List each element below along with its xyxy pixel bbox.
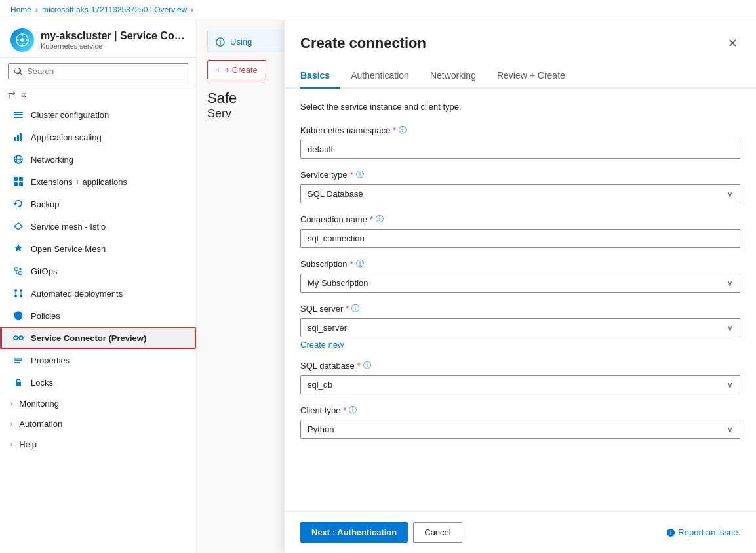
sidebar-item-label: Application scaling (31, 133, 102, 142)
properties-icon (12, 354, 24, 366)
field-label-service-type: Service type * ⓘ (300, 169, 740, 180)
collapse-icon[interactable]: « (21, 89, 26, 100)
sidebar-title: my-akscluster | Service Conn… (41, 30, 186, 42)
sql-server-select[interactable]: sql_server ∨ (300, 318, 740, 337)
svg-rect-9 (14, 137, 16, 141)
info-icon-client-type[interactable]: ⓘ (349, 405, 357, 416)
sidebar-item-extensions[interactable]: Extensions + applications (0, 171, 196, 193)
kubernetes-namespace-input[interactable] (300, 140, 740, 159)
tab-basics[interactable]: Basics (300, 64, 340, 89)
sidebar-item-application-scaling[interactable]: Application scaling (0, 126, 196, 148)
sidebar-item-properties[interactable]: Properties (0, 349, 196, 371)
svg-rect-7 (14, 114, 23, 115)
service-type-value: SQL Database (308, 189, 363, 199)
info-icon-sql-database[interactable]: ⓘ (363, 360, 371, 371)
svg-point-30 (19, 336, 23, 340)
create-button-label: + Create (225, 65, 258, 75)
scaling-icon (12, 131, 24, 143)
field-subscription: Subscription * ⓘ My Subscription ∨ (300, 258, 740, 293)
sidebar-item-policies[interactable]: Policies (0, 304, 196, 327)
sidebar-group-monitoring[interactable]: › Monitoring (0, 394, 196, 414)
sidebar-nav: Cluster configuration Application scalin… (0, 104, 196, 553)
sidebar-group-automation[interactable]: › Automation (0, 414, 196, 434)
field-label-subscription: Subscription * ⓘ (300, 258, 740, 270)
cancel-button[interactable]: Cancel (413, 522, 462, 543)
next-button[interactable]: Next : Authentication (300, 522, 408, 543)
info-icon-namespace[interactable]: ⓘ (399, 125, 407, 136)
svg-rect-8 (14, 117, 23, 118)
info-icon: i (216, 37, 225, 47)
chevron-right-icon: › (10, 400, 12, 407)
service-type-select[interactable]: SQL Database ∨ (300, 184, 740, 203)
tab-review-create[interactable]: Review + Create (487, 64, 576, 89)
sidebar-item-networking[interactable]: Networking (0, 148, 196, 171)
create-new-link[interactable]: Create new (300, 340, 344, 350)
tab-networking[interactable]: Networking (420, 64, 487, 89)
info-icon-sql-server[interactable]: ⓘ (351, 303, 359, 314)
subscription-select[interactable]: My Subscription ∨ (300, 274, 740, 293)
sidebar-subtitle: Kubernetes service (41, 42, 186, 50)
sidebar-item-automated-deployments[interactable]: Automated deployments (0, 282, 196, 304)
client-type-select[interactable]: Python ∨ (300, 420, 740, 439)
chevron-right-icon: › (10, 420, 12, 428)
sidebar-item-label: Cluster configuration (31, 110, 109, 120)
sidebar-item-label: Networking (31, 155, 73, 165)
subscription-value: My Subscription (308, 278, 368, 288)
sidebar: my-akscluster | Service Conn… Kubernetes… (0, 20, 197, 553)
svg-rect-34 (14, 362, 20, 363)
field-label-client-type: Client type * ⓘ (300, 405, 740, 416)
gitops-icon (12, 265, 24, 277)
breadcrumb-resource[interactable]: microsoft.aks-1721132537250 | Overview (42, 5, 187, 14)
svg-rect-17 (14, 182, 18, 186)
sidebar-item-cluster-configuration[interactable]: Cluster configuration (0, 104, 196, 126)
avatar (10, 28, 34, 52)
tab-authentication[interactable]: Authentication (340, 64, 420, 89)
sidebar-item-service-connector[interactable]: Service Connector (Preview) (0, 327, 196, 349)
svg-rect-10 (17, 135, 19, 141)
sidebar-item-label: Extensions + applications (31, 177, 127, 187)
sidebar-group-help[interactable]: › Help (0, 434, 196, 455)
field-sql-database: SQL database * ⓘ sql_db ∨ (300, 360, 740, 394)
svg-point-19 (15, 268, 18, 271)
chevron-down-icon: ∨ (727, 279, 733, 288)
field-label-kubernetes-namespace: Kubernetes namespace * ⓘ (300, 125, 740, 136)
sidebar-item-label: Locks (31, 378, 53, 388)
group-label: Automation (19, 419, 62, 429)
sidebar-item-label: Automated deployments (31, 289, 123, 298)
close-button[interactable]: ✕ (725, 33, 740, 53)
panel-title: Create connection (300, 35, 426, 52)
connection-name-input[interactable] (300, 229, 740, 248)
sidebar-item-backup[interactable]: Backup (0, 193, 196, 215)
sidebar-controls: ⇄ « (0, 85, 196, 104)
sidebar-item-locks[interactable]: Locks (0, 371, 196, 394)
field-connection-name: Connection name * ⓘ (300, 214, 740, 248)
osm-icon (12, 243, 24, 255)
sql-database-select[interactable]: sql_db ∨ (300, 375, 740, 394)
sidebar-item-label: Policies (31, 311, 60, 321)
group-label: Monitoring (19, 399, 59, 409)
info-icon-connection-name[interactable]: ⓘ (376, 214, 384, 225)
locks-icon (12, 377, 24, 388)
sidebar-item-service-mesh[interactable]: Service mesh - Istio (0, 215, 196, 237)
create-button[interactable]: + + Create (207, 60, 266, 79)
svg-rect-16 (19, 177, 23, 181)
svg-point-24 (20, 289, 22, 292)
networking-icon (12, 154, 24, 165)
chevron-down-icon: ∨ (727, 323, 733, 333)
info-icon-service-type[interactable]: ⓘ (356, 169, 364, 180)
report-issue-link[interactable]: Report an issue. (666, 527, 740, 537)
deployments-icon (12, 287, 24, 299)
svg-point-23 (14, 289, 17, 292)
sidebar-item-label: Service mesh - Istio (31, 222, 106, 232)
expand-icon[interactable]: ⇄ (8, 89, 16, 100)
chevron-right-icon: › (10, 441, 12, 448)
group-label: Help (19, 440, 37, 449)
info-icon-subscription[interactable]: ⓘ (356, 258, 364, 270)
breadcrumb-home[interactable]: Home (10, 5, 31, 14)
panel-footer: Next : Authentication Cancel Report an i… (285, 511, 756, 553)
search-input[interactable] (27, 66, 182, 76)
svg-rect-6 (14, 112, 23, 113)
field-label-sql-server: SQL server * ⓘ (300, 303, 740, 314)
sidebar-item-gitops[interactable]: GitOps (0, 260, 196, 282)
sidebar-item-open-service-mesh[interactable]: Open Service Mesh (0, 237, 196, 260)
